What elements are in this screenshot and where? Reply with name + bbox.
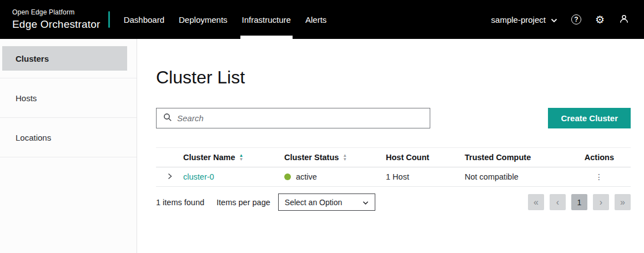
project-name: sample-project [491, 15, 546, 24]
sidebar-item-label: Hosts [2, 86, 127, 110]
sidebar-item-clusters[interactable]: Clusters [0, 39, 137, 78]
platform-label: Open Edge Platform [12, 8, 100, 16]
chevron-right-icon [167, 172, 173, 181]
top-header: Open Edge Platform Edge Orchestrator Das… [0, 0, 644, 39]
prev-page-button[interactable]: ‹ [550, 194, 566, 210]
column-label: Cluster Status [284, 153, 339, 162]
column-label: Cluster Name [183, 153, 235, 162]
app-root: Open Edge Platform Edge Orchestrator Das… [0, 0, 644, 253]
sidebar: Clusters Hosts Locations [0, 39, 137, 253]
kebab-menu-icon[interactable]: ⋮ [595, 173, 603, 181]
user-icon [618, 13, 630, 26]
gear-icon: ⚙ [595, 14, 605, 25]
nav-dashboard[interactable]: Dashboard [117, 0, 172, 39]
toolbar: Create Cluster [156, 108, 631, 128]
cluster-name-link[interactable]: cluster-0 [183, 172, 214, 181]
help-button[interactable]: ? [571, 14, 581, 24]
cell-host-count: 1 Host [386, 172, 465, 181]
column-header-cluster-name[interactable]: Cluster Name ▲ ▼ [183, 153, 284, 162]
next-page-button[interactable]: › [593, 194, 609, 210]
page-number-button[interactable]: 1 [571, 194, 587, 210]
sidebar-item-hosts[interactable]: Hosts [0, 78, 137, 118]
sidebar-item-locations[interactable]: Locations [0, 118, 137, 157]
items-found-text: 1 items found [156, 198, 204, 207]
nav-alerts[interactable]: Alerts [298, 0, 334, 39]
project-selector[interactable]: sample-project [491, 15, 557, 24]
sort-desc-icon: ▼ [239, 157, 243, 161]
nav-deployments[interactable]: Deployments [172, 0, 235, 39]
page-size-select[interactable]: Select an Option [278, 194, 375, 211]
main-content: Cluster List Create Cluster Cluster Name… [138, 39, 644, 253]
table-footer: 1 items found Items per page Select an O… [156, 194, 631, 211]
header-actions: sample-project ? ⚙ [491, 0, 644, 39]
sort-desc-icon: ▼ [343, 157, 347, 161]
items-per-page-label: Items per page [217, 198, 270, 207]
cell-cluster-name: cluster-0 [183, 172, 284, 181]
chevron-down-icon [551, 15, 557, 24]
status-dot-icon [284, 173, 291, 180]
column-header-cluster-status[interactable]: Cluster Status ▲ ▼ [284, 153, 386, 162]
sidebar-item-label: Clusters [2, 46, 127, 71]
column-header-actions: Actions [555, 153, 631, 162]
table-header-row: Cluster Name ▲ ▼ Cluster Status ▲ ▼ Host… [156, 147, 631, 167]
cell-actions: ⋮ [555, 173, 631, 181]
column-header-host-count: Host Count [386, 153, 465, 162]
search-input[interactable] [177, 113, 423, 123]
table-row: cluster-0 active 1 Host Not compatible ⋮ [156, 167, 631, 187]
chevron-down-icon [363, 198, 369, 207]
app-title: Edge Orchestrator [12, 18, 100, 31]
cell-trusted-compute: Not compatible [465, 172, 555, 181]
search-icon [163, 113, 172, 124]
top-nav: Dashboard Deployments Infrastructure Ale… [117, 0, 334, 39]
column-header-trusted-compute: Trusted Compute [465, 153, 555, 162]
help-icon: ? [571, 14, 581, 24]
pagination: « ‹ 1 › » [528, 194, 631, 210]
brand: Open Edge Platform Edge Orchestrator [0, 0, 100, 39]
sort-icons: ▲ ▼ [239, 153, 243, 161]
settings-button[interactable]: ⚙ [595, 14, 605, 25]
cluster-table: Cluster Name ▲ ▼ Cluster Status ▲ ▼ Host… [156, 147, 631, 187]
sidebar-item-label: Locations [2, 125, 127, 150]
user-button[interactable] [618, 13, 630, 26]
sort-icons: ▲ ▼ [343, 153, 347, 161]
cell-cluster-status: active [284, 172, 386, 181]
page-title: Cluster List [156, 67, 631, 88]
brand-divider [108, 11, 110, 28]
row-expand-button[interactable] [156, 172, 183, 181]
first-page-button[interactable]: « [528, 194, 544, 210]
nav-infrastructure[interactable]: Infrastructure [235, 0, 298, 39]
page-size-value: Select an Option [285, 198, 343, 207]
search-box [156, 108, 430, 128]
last-page-button[interactable]: » [615, 194, 631, 210]
create-cluster-button[interactable]: Create Cluster [548, 108, 631, 128]
status-text: active [296, 172, 317, 181]
